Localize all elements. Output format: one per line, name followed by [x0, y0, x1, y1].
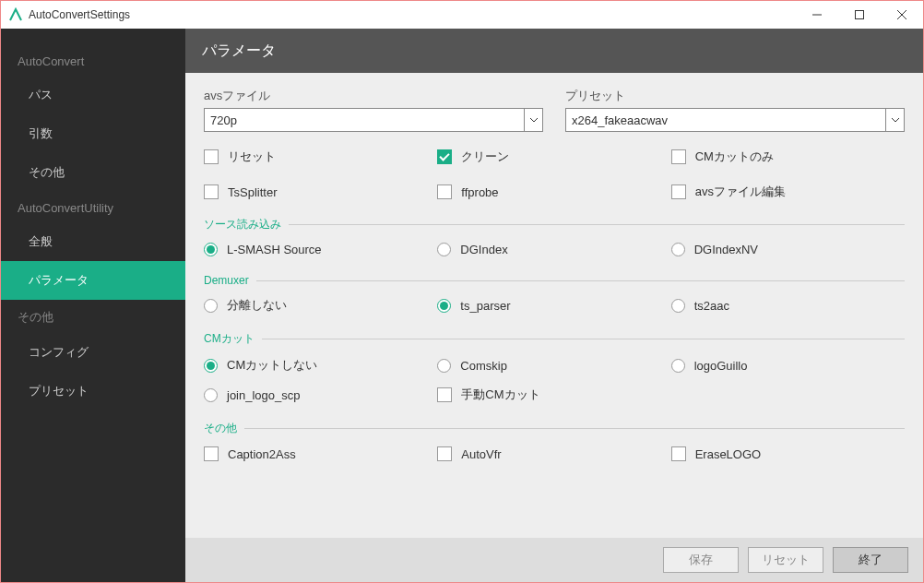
checkbox-icon — [437, 184, 452, 199]
radio-icon — [204, 388, 218, 402]
checkbox-icon — [671, 149, 686, 164]
radio-icon — [671, 359, 685, 373]
radio-icon — [437, 299, 451, 313]
checkbox-icon — [437, 149, 452, 164]
chevron-down-icon — [885, 109, 904, 131]
sidebar-group: AutoConvertUtility — [1, 192, 185, 222]
checkbox-clean[interactable]: クリーン — [437, 143, 670, 171]
radio-icon — [204, 359, 218, 373]
checkbox-cmcut-only[interactable]: CMカットのみ — [671, 143, 905, 171]
sidebar: AutoConvert パス 引数 その他 AutoConvertUtility… — [1, 29, 185, 582]
checkbox-reset[interactable]: リセット — [204, 143, 437, 171]
preset-label: プリセット — [565, 88, 905, 104]
save-button[interactable]: 保存 — [663, 547, 739, 573]
svg-rect-1 — [856, 11, 864, 19]
checkbox-icon — [437, 387, 452, 402]
sidebar-item-general[interactable]: 全般 — [1, 222, 185, 261]
radio-ts2aac[interactable]: ts2aac — [671, 291, 905, 320]
radio-dgindexnv[interactable]: DGIndexNV — [671, 236, 905, 263]
radio-icon — [437, 359, 451, 373]
radio-tsparser[interactable]: ts_parser — [437, 291, 670, 320]
checkbox-icon — [204, 184, 219, 199]
chevron-down-icon — [524, 109, 542, 131]
sidebar-item-parameters[interactable]: パラメータ — [1, 261, 185, 300]
page-title: パラメータ — [185, 29, 923, 73]
main: パラメータ avsファイル 720p プリセット x264_fakeaacwav — [185, 29, 923, 582]
close-button[interactable] — [881, 1, 923, 29]
radio-icon — [671, 299, 685, 313]
checkbox-manual-cmcut[interactable]: 手動CMカット — [437, 380, 670, 410]
avs-select[interactable]: 720p — [204, 108, 543, 132]
sidebar-item-other[interactable]: その他 — [1, 153, 185, 192]
avs-label: avsファイル — [204, 88, 543, 104]
checkbox-icon — [437, 446, 452, 461]
section-source: ソース読み込み — [204, 217, 905, 232]
window-title: AutoConvertSettings — [29, 8, 796, 21]
checkbox-ffprobe[interactable]: ffprobe — [437, 178, 670, 206]
sidebar-group: AutoConvert — [1, 45, 185, 76]
checkbox-icon — [671, 184, 686, 199]
footer: 保存 リセット 終了 — [185, 538, 923, 582]
radio-icon — [204, 299, 218, 313]
titlebar: AutoConvertSettings — [1, 1, 923, 29]
checkbox-caption2ass[interactable]: Caption2Ass — [204, 440, 437, 468]
avs-select-value: 720p — [210, 113, 237, 127]
app-window: AutoConvertSettings AutoConvert パス 引数 その… — [0, 0, 924, 583]
sidebar-item-preset[interactable]: プリセット — [1, 372, 185, 410]
app-icon — [8, 7, 23, 22]
checkbox-icon — [204, 446, 219, 461]
radio-comskip[interactable]: Comskip — [437, 351, 670, 380]
sidebar-item-config[interactable]: コンフィグ — [1, 333, 185, 372]
checkbox-eraselogo[interactable]: EraseLOGO — [671, 440, 905, 468]
minimize-button[interactable] — [796, 1, 838, 29]
sidebar-group: その他 — [1, 300, 185, 333]
exit-button[interactable]: 終了 — [833, 547, 908, 573]
body: AutoConvert パス 引数 その他 AutoConvertUtility… — [1, 29, 923, 582]
checkbox-autovfr[interactable]: AutoVfr — [437, 440, 670, 468]
sidebar-item-args[interactable]: 引数 — [1, 114, 185, 153]
radio-icon — [204, 243, 218, 256]
content: avsファイル 720p プリセット x264_fakeaacwav — [185, 73, 923, 538]
preset-select[interactable]: x264_fakeaacwav — [565, 108, 905, 132]
radio-icon — [437, 243, 451, 256]
radio-lsmash[interactable]: L-SMASH Source — [204, 236, 437, 263]
radio-no-cmcut[interactable]: CMカットしない — [204, 351, 437, 380]
checkbox-icon — [671, 446, 686, 461]
radio-dgindex[interactable]: DGIndex — [437, 236, 670, 263]
maximize-button[interactable] — [838, 1, 881, 29]
checkbox-tssplitter[interactable]: TsSplitter — [204, 178, 437, 206]
section-other: その他 — [204, 421, 905, 436]
radio-joinlogoscp[interactable]: join_logo_scp — [204, 380, 437, 410]
radio-logoguillo[interactable]: logoGuillo — [671, 351, 905, 380]
checkbox-icon — [204, 149, 219, 164]
section-demuxer: Demuxer — [204, 274, 905, 287]
checkbox-avs-edit[interactable]: avsファイル編集 — [671, 178, 905, 206]
preset-select-value: x264_fakeaacwav — [572, 113, 668, 127]
section-cmcut: CMカット — [204, 331, 905, 347]
radio-no-demux[interactable]: 分離しない — [204, 291, 437, 320]
sidebar-item-path[interactable]: パス — [1, 76, 185, 114]
reset-button[interactable]: リセット — [748, 547, 823, 573]
radio-icon — [671, 243, 685, 256]
